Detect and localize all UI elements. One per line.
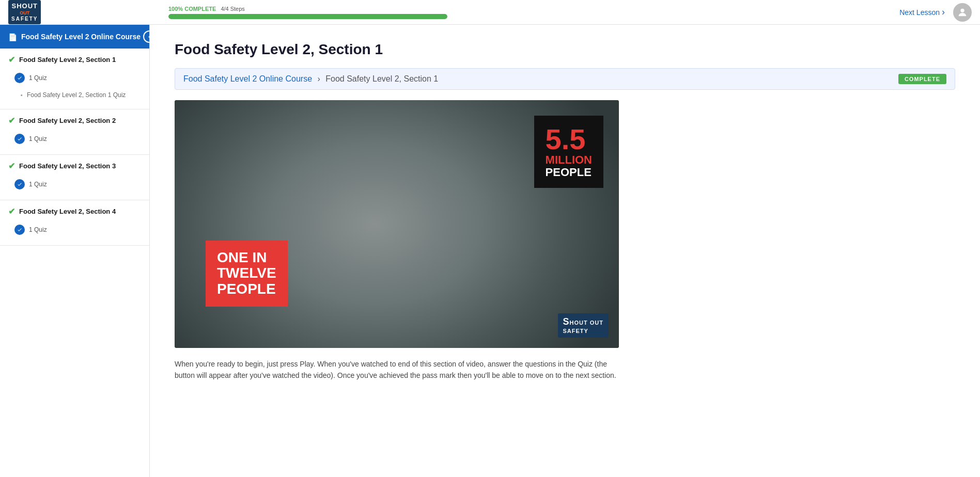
- logo-safety: SAFETY: [11, 16, 38, 22]
- section-1-label: Food Safety Level 2, Section 1: [19, 56, 116, 63]
- top-bar: SHOUT OUT SAFETY 100% COMPLETE 4/4 Steps…: [0, 0, 980, 25]
- progress-steps: 4/4 Steps: [221, 6, 244, 12]
- progress-label: 100% COMPLETE 4/4 Steps: [168, 6, 889, 12]
- collapse-icon: ‹: [148, 33, 150, 40]
- sidebar-section-3: ✔ Food Safety Level 2, Section 3 1 Quiz: [0, 155, 149, 200]
- section-3-quiz-badge: [14, 179, 25, 189]
- section-3-quiz-label: 1 Quiz: [29, 181, 47, 188]
- section-4-quiz-label: 1 Quiz: [29, 226, 47, 233]
- sidebar-header-icon: 📄: [8, 33, 17, 41]
- section-4-check-icon: ✔: [8, 206, 15, 216]
- breadcrumb-course[interactable]: Food Safety Level 2 Online Course: [183, 74, 312, 83]
- overlay-black-people: PEOPLE: [546, 166, 592, 179]
- overlay-red-line1: ONE IN: [217, 250, 276, 266]
- section-3-label: Food Safety Level 2, Section 3: [19, 162, 116, 170]
- section-2-quiz-label: 1 Quiz: [29, 135, 47, 142]
- video-red-overlay: ONE IN TWELVE PEOPLE: [206, 241, 288, 307]
- next-lesson-chevron: ›: [942, 7, 945, 18]
- section-2-check-icon: ✔: [8, 116, 15, 125]
- section-4-title[interactable]: ✔ Food Safety Level 2, Section 4: [8, 206, 141, 216]
- breadcrumb-section: Food Safety Level 2, Section 1: [325, 74, 438, 83]
- section-2-quiz-badge: [14, 134, 25, 144]
- overlay-black-num: 5.5: [546, 125, 592, 154]
- section-2-label: Food Safety Level 2, Section 2: [19, 117, 116, 124]
- video-black-overlay: 5.5 MILLION PEOPLE: [534, 116, 603, 188]
- sidebar-header: 📄 Food Safety Level 2 Online Course ‹: [0, 25, 149, 49]
- breadcrumb-separator: ›: [317, 74, 320, 83]
- video-player[interactable]: ONE IN TWELVE PEOPLE 5.5 MILLION PEOPLE …: [175, 100, 619, 348]
- section-1-quiz-badge: [14, 73, 25, 83]
- description-text: When you're ready to begin, just press P…: [175, 358, 619, 381]
- sidebar-collapse-button[interactable]: ‹: [143, 30, 150, 43]
- logo-area: SHOUT OUT SAFETY: [8, 0, 158, 24]
- sidebar-course-title: Food Safety Level 2 Online Course: [21, 32, 141, 41]
- header-right: Next Lesson ›: [899, 3, 972, 22]
- overlay-red-line2: TWELVE: [217, 265, 276, 281]
- section-1-check-icon: ✔: [8, 55, 15, 65]
- logo-out: OUT: [20, 10, 29, 16]
- sidebar-section-1: ✔ Food Safety Level 2, Section 1 1 Quiz …: [0, 49, 149, 109]
- progress-complete-text: 100% COMPLETE: [168, 6, 216, 12]
- section-1-quiz-label: 1 Quiz: [29, 74, 47, 82]
- section-1-title[interactable]: ✔ Food Safety Level 2, Section 1: [8, 55, 141, 65]
- progress-bar-bg: [168, 14, 447, 19]
- section-2-quiz[interactable]: 1 Quiz: [8, 130, 141, 148]
- overlay-black-million: MILLION: [546, 154, 592, 166]
- next-lesson-label: Next Lesson: [899, 8, 940, 17]
- section-1-quiz-sub[interactable]: ▪ Food Safety Level 2, Section 1 Quiz: [8, 87, 141, 103]
- section-3-check-icon: ✔: [8, 161, 15, 171]
- breadcrumb-bar: Food Safety Level 2 Online Course › Food…: [175, 68, 955, 90]
- progress-bar-fill: [168, 14, 447, 19]
- section-3-quiz[interactable]: 1 Quiz: [8, 175, 141, 194]
- site-logo: SHOUT OUT SAFETY: [8, 0, 41, 24]
- video-background: ONE IN TWELVE PEOPLE 5.5 MILLION PEOPLE …: [175, 100, 619, 348]
- next-lesson-button[interactable]: Next Lesson ›: [899, 7, 945, 18]
- sidebar: 📄 Food Safety Level 2 Online Course ‹ ✔ …: [0, 25, 150, 477]
- section-1-quiz[interactable]: 1 Quiz: [8, 69, 141, 87]
- sidebar-section-4: ✔ Food Safety Level 2, Section 4 1 Quiz: [0, 200, 149, 246]
- section-4-label: Food Safety Level 2, Section 4: [19, 208, 116, 215]
- progress-area: 100% COMPLETE 4/4 Steps: [158, 6, 899, 19]
- video-logo-s: S: [563, 316, 570, 327]
- section-4-quiz-badge: [14, 225, 25, 235]
- section-1-sub-label: Food Safety Level 2, Section 1 Quiz: [27, 91, 126, 99]
- svg-point-0: [960, 8, 964, 12]
- section-2-title[interactable]: ✔ Food Safety Level 2, Section 2: [8, 116, 141, 125]
- page-title: Food Safety Level 2, Section 1: [175, 41, 955, 58]
- breadcrumb: Food Safety Level 2 Online Course › Food…: [183, 74, 438, 84]
- complete-badge: COMPLETE: [898, 74, 946, 84]
- video-logo: SHOUT OUTSAFETY: [558, 313, 609, 338]
- content-area: Food Safety Level 2, Section 1 Food Safe…: [150, 25, 980, 477]
- overlay-red-line3: PEOPLE: [217, 281, 276, 297]
- section-3-title[interactable]: ✔ Food Safety Level 2, Section 3: [8, 161, 141, 171]
- section-4-quiz[interactable]: 1 Quiz: [8, 220, 141, 239]
- sidebar-section-2: ✔ Food Safety Level 2, Section 2 1 Quiz: [0, 109, 149, 155]
- sub-item-icon: ▪: [21, 92, 23, 98]
- user-avatar[interactable]: [953, 3, 972, 22]
- logo-shout: SHOUT: [11, 2, 38, 10]
- main-layout: 📄 Food Safety Level 2 Online Course ‹ ✔ …: [0, 25, 980, 477]
